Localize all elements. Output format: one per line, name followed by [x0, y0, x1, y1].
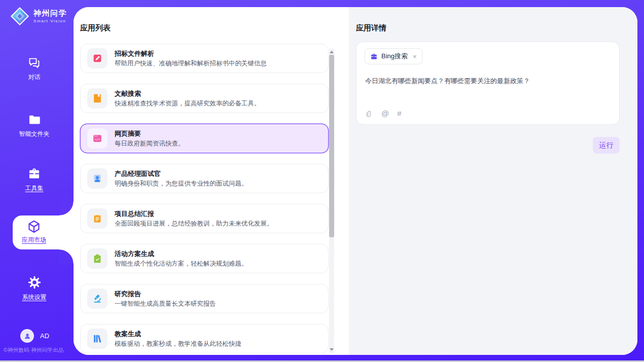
app-description: 模板驱动，教案秒成，教学准备从此轻松快捷	[115, 341, 241, 347]
sidebar-item-label: 对话	[28, 73, 41, 82]
attachment-icon[interactable]	[365, 109, 373, 118]
clipboard-check-icon	[92, 253, 103, 264]
app-icon-tile	[87, 248, 108, 269]
brand-name: 神州问学	[33, 9, 67, 18]
app-card-pm-interviewer[interactable]: 产品经理面试官 明确身份和职责，为您提供专业性的面试问题。	[80, 164, 329, 193]
app-description: 每日政府新闻资讯快查。	[115, 140, 185, 147]
app-description: 全面回顾项目进展，总结经验教训，助力未来优化发展。	[115, 221, 273, 227]
app-name: 招标文件解析	[115, 50, 267, 57]
tool-tag-bing-search[interactable]: Bing搜索 ×	[365, 48, 422, 64]
app-description: 明确身份和职责，为您提供专业性的面试问题。	[115, 180, 248, 187]
microscope-icon	[92, 293, 103, 304]
sidebar-item-label: 智能文件夹	[19, 130, 50, 138]
brand-subtitle: Smart Vision	[33, 19, 67, 23]
sidebar-item-settings[interactable]: 系统设置	[0, 275, 68, 302]
app-description: 智能生成个性化活动方案，轻松解决规划难题。	[115, 261, 248, 267]
app-list: 招标文件解析 帮助用户快速、准确地理解和解析招标书中的关键信息	[80, 44, 329, 355]
svg-text:</>: </>	[95, 138, 100, 141]
hash-icon[interactable]: #	[397, 110, 401, 117]
avatar	[20, 329, 34, 343]
app-card-literature-search[interactable]: 文献搜索 快速精准查找学术资源，提高研究效率的必备工具。	[80, 84, 329, 113]
person-icon	[23, 332, 31, 340]
app-list-scrollbar[interactable]	[329, 49, 334, 353]
webpage-code-icon: </>	[92, 133, 103, 144]
tag-close-icon[interactable]: ×	[413, 53, 417, 60]
scrollbar-thumb[interactable]	[329, 55, 334, 237]
run-button[interactable]: 运行	[593, 137, 620, 154]
book-icon	[92, 93, 103, 104]
document-edit-icon	[92, 53, 103, 64]
main-container: 应用列表 招标文件解析 帮助用户快速、准确地	[74, 7, 637, 355]
app-card-bid-document-parsing[interactable]: 招标文件解析 帮助用户快速、准确地理解和解析招标书中的关键信息	[80, 44, 329, 73]
app-description: 帮助用户快速、准确地理解和解析招标书中的关键信息	[115, 60, 267, 67]
copyright-text: ©神州数码·神州问学出品	[4, 347, 75, 354]
diamond-logo-icon	[10, 6, 30, 26]
sidebar-item-label: 工具集	[25, 184, 44, 193]
app-detail-pane: 应用详情 Bing搜索 × 今日湖北有哪些新闻要点？有哪些需要关注的最新政策？	[349, 7, 637, 355]
app-name: 产品经理面试官	[115, 170, 248, 177]
app-icon-tile	[87, 329, 108, 349]
sidebar-item-label: 应用市场	[22, 236, 46, 244]
prompt-input-card[interactable]: Bing搜索 × 今日湖北有哪些新闻要点？有哪些需要关注的最新政策？ @ #	[356, 42, 620, 125]
interviewer-icon	[92, 173, 103, 184]
app-name: 活动方案生成	[115, 250, 248, 257]
toolbox-icon	[27, 167, 41, 180]
gear-icon	[27, 275, 42, 289]
mention-icon[interactable]: @	[381, 110, 389, 117]
app-name: 文献搜索	[115, 90, 261, 97]
tool-tag-label: Bing搜索	[381, 52, 408, 61]
app-icon-tile	[87, 48, 108, 68]
user-name: AD	[40, 332, 49, 340]
prompt-text[interactable]: 今日湖北有哪些新闻要点？有哪些需要关注的最新政策？	[365, 77, 609, 86]
app-name: 研究报告	[115, 291, 216, 297]
books-icon	[92, 333, 103, 344]
app-card-lesson-plan[interactable]: 教案生成 模板驱动，教案秒成，教学准备从此轻松快捷	[80, 324, 329, 353]
scrollbar-up-arrow-icon[interactable]	[330, 51, 334, 53]
app-icon-tile: </>	[87, 128, 108, 149]
app-list-title: 应用列表	[80, 23, 111, 33]
app-card-project-summary[interactable]: 项目总结汇报 全面回顾项目进展，总结经验教训，助力未来优化发展。	[80, 204, 329, 233]
app-icon-tile	[87, 208, 108, 229]
app-name: 网页摘要	[115, 130, 185, 137]
app-description: 一键智能生成高质量长文本研究报告	[115, 301, 216, 307]
app-name: 项目总结汇报	[115, 210, 273, 217]
user-account[interactable]: AD	[20, 329, 49, 343]
app-card-webpage-summary[interactable]: </> 网页摘要 每日政府新闻资讯快查。	[80, 124, 329, 153]
app-detail-title: 应用详情	[356, 23, 386, 33]
prompt-toolbar: @ #	[365, 109, 402, 118]
sidebar-item-label: 系统设置	[22, 293, 47, 302]
app-list-pane: 应用列表 招标文件解析 帮助用户快速、准确地	[74, 7, 349, 355]
sidebar-item-chat[interactable]: 对话	[0, 56, 68, 82]
folder-icon	[27, 113, 41, 126]
briefcase-icon	[370, 53, 378, 60]
scrollbar-down-arrow-icon[interactable]	[330, 348, 334, 351]
notepad-icon	[92, 213, 103, 224]
app-icon-tile	[87, 88, 108, 108]
app-icon-tile	[87, 288, 108, 309]
brand-logo: 神州问学 Smart Vision	[10, 6, 67, 26]
cube-icon	[26, 219, 42, 234]
app-window: 神州问学 Smart Vision 对话 智能文件夹 工具集 应用市	[0, 0, 644, 362]
app-card-research-report[interactable]: 研究报告 一键智能生成高质量长文本研究报告	[80, 284, 329, 313]
app-icon-tile	[87, 168, 108, 189]
app-card-event-plan[interactable]: 活动方案生成 智能生成个性化活动方案，轻松解决规划难题。	[80, 244, 329, 273]
sidebar-item-app-market[interactable]: 应用市场	[13, 215, 74, 249]
app-name: 教案生成	[115, 331, 241, 337]
sidebar-item-toolset[interactable]: 工具集	[0, 167, 68, 193]
sidebar-item-smart-folder[interactable]: 智能文件夹	[0, 113, 68, 138]
app-description: 快速精准查找学术资源，提高研究效率的必备工具。	[115, 100, 261, 107]
chat-icon	[27, 56, 41, 69]
